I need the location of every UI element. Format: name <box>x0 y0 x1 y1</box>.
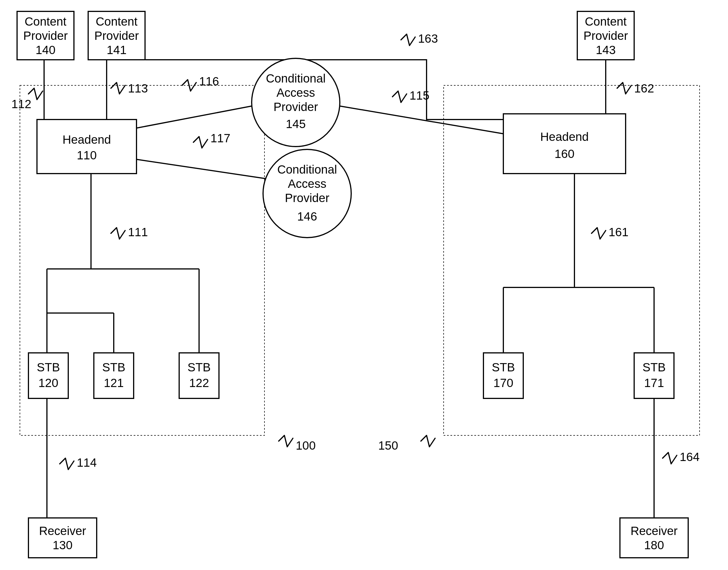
cap-145: Conditional Access Provider 145 <box>252 58 340 147</box>
svg-text:Receiver: Receiver <box>631 524 678 538</box>
svg-text:100: 100 <box>296 439 316 452</box>
svg-rect-37 <box>484 353 523 398</box>
svg-rect-31 <box>94 353 134 398</box>
link-117 <box>136 160 270 179</box>
cap-146: Conditional Access Provider 146 <box>263 150 351 238</box>
link-116 <box>136 104 263 128</box>
svg-text:163: 163 <box>418 32 438 45</box>
ref-164: 164 <box>663 450 700 464</box>
ref-117: 117 <box>193 131 230 148</box>
svg-rect-12 <box>37 119 136 174</box>
svg-text:Provider: Provider <box>584 29 628 42</box>
svg-text:Provider: Provider <box>273 100 318 113</box>
svg-text:Access: Access <box>288 177 326 190</box>
svg-text:Conditional: Conditional <box>266 72 325 85</box>
svg-text:Receiver: Receiver <box>39 524 86 538</box>
ref-162: 162 <box>617 82 654 95</box>
svg-text:122: 122 <box>189 376 209 389</box>
svg-text:Headend: Headend <box>63 133 111 146</box>
system-diagram: Content Provider 140 Content Provider 14… <box>0 0 728 570</box>
svg-rect-34 <box>179 353 219 398</box>
svg-text:146: 146 <box>297 210 317 223</box>
ref-113: 113 <box>111 82 148 95</box>
svg-text:113: 113 <box>128 82 148 95</box>
svg-text:171: 171 <box>644 376 664 389</box>
content-provider-143: Content Provider 143 <box>577 11 634 60</box>
stb-171: STB 171 <box>634 353 674 398</box>
svg-text:Provider: Provider <box>23 29 68 42</box>
svg-text:Provider: Provider <box>285 191 329 205</box>
svg-text:120: 120 <box>38 376 58 389</box>
svg-text:140: 140 <box>36 43 55 57</box>
svg-text:115: 115 <box>410 89 430 102</box>
ref-163: 163 <box>401 32 438 45</box>
svg-text:Access: Access <box>276 86 315 99</box>
ref-150: 150 <box>378 436 435 452</box>
svg-text:170: 170 <box>493 376 513 389</box>
stb-120: STB 120 <box>28 353 68 398</box>
svg-text:121: 121 <box>104 376 124 389</box>
ref-115: 115 <box>393 89 430 102</box>
svg-text:Content: Content <box>585 15 627 28</box>
svg-text:114: 114 <box>77 456 97 469</box>
svg-text:143: 143 <box>596 43 616 57</box>
ref-112: 112 <box>11 88 43 111</box>
svg-text:161: 161 <box>609 225 629 239</box>
svg-text:141: 141 <box>107 43 126 57</box>
svg-text:STB: STB <box>492 360 515 374</box>
svg-text:150: 150 <box>378 439 398 452</box>
svg-text:116: 116 <box>199 74 219 88</box>
headend-110: Headend 110 <box>37 119 136 174</box>
svg-text:130: 130 <box>53 538 72 552</box>
content-provider-140: Content Provider 140 <box>17 11 74 60</box>
link-115 <box>327 104 503 134</box>
svg-text:Content: Content <box>24 15 66 28</box>
svg-text:STB: STB <box>37 360 60 374</box>
svg-text:STB: STB <box>102 360 125 374</box>
stb-122: STB 122 <box>179 353 219 398</box>
receiver-130: Receiver 130 <box>28 518 97 558</box>
svg-text:145: 145 <box>286 117 306 130</box>
stb-121: STB 121 <box>94 353 134 398</box>
svg-rect-15 <box>503 114 626 174</box>
svg-text:162: 162 <box>634 82 654 95</box>
stb-170: STB 170 <box>484 353 523 398</box>
svg-text:Conditional: Conditional <box>277 163 337 176</box>
svg-text:Headend: Headend <box>540 130 589 144</box>
svg-rect-43 <box>28 518 97 558</box>
svg-text:117: 117 <box>210 131 230 145</box>
svg-text:110: 110 <box>77 149 97 162</box>
headend-160: Headend 160 <box>503 114 626 174</box>
svg-text:STB: STB <box>642 360 666 374</box>
svg-text:164: 164 <box>680 450 700 464</box>
ref-161: 161 <box>592 225 629 239</box>
svg-rect-46 <box>620 518 688 558</box>
svg-text:111: 111 <box>128 225 148 239</box>
ref-114: 114 <box>60 456 97 470</box>
receiver-180: Receiver 180 <box>620 518 688 558</box>
svg-text:STB: STB <box>187 360 211 374</box>
svg-text:Provider: Provider <box>94 29 139 42</box>
content-provider-141: Content Provider 141 <box>88 11 145 60</box>
svg-text:112: 112 <box>11 97 31 111</box>
svg-rect-40 <box>634 353 674 398</box>
svg-text:160: 160 <box>555 147 575 161</box>
svg-rect-28 <box>28 353 68 398</box>
ref-111: 111 <box>111 225 148 239</box>
svg-text:Content: Content <box>96 15 137 28</box>
ref-100: 100 <box>279 436 316 452</box>
ref-116: 116 <box>182 74 219 91</box>
svg-text:180: 180 <box>644 538 664 552</box>
